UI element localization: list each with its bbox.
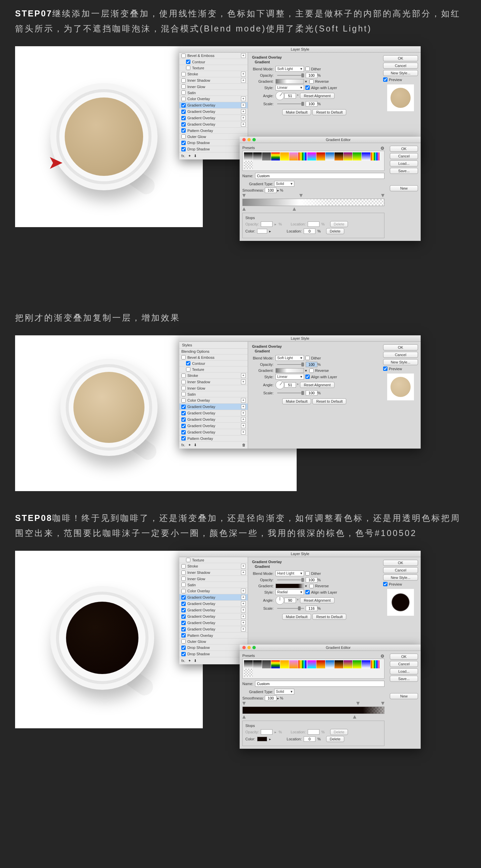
align-checkbox[interactable]: [305, 375, 310, 379]
maximize-icon[interactable]: [252, 138, 256, 142]
gradient-preview[interactable]: [275, 79, 304, 84]
load-button[interactable]: Load...: [390, 160, 418, 166]
reverse-checkbox[interactable]: [309, 584, 314, 588]
location-input[interactable]: [304, 736, 315, 742]
preview-checkbox[interactable]: [383, 78, 388, 82]
gradient-type-select[interactable]: Solid▾: [274, 181, 294, 187]
presets-box[interactable]: [242, 659, 385, 679]
dither-checkbox[interactable]: [305, 67, 310, 71]
style-row[interactable]: Pattern Overlay: [179, 128, 248, 134]
style-select[interactable]: Linear▾: [275, 374, 304, 379]
make-default-button[interactable]: Make Default: [282, 109, 311, 115]
style-row-selected[interactable]: Gradient Overlay+: [179, 594, 248, 601]
style-row[interactable]: Inner Glow: [179, 385, 248, 391]
preview-checkbox[interactable]: [383, 582, 388, 586]
scale-slider[interactable]: [277, 608, 304, 609]
delete-button[interactable]: Delete: [326, 228, 344, 234]
style-row[interactable]: Blending Options: [179, 349, 248, 354]
style-row[interactable]: Inner Shadow+: [179, 78, 248, 84]
opacity-slider[interactable]: [277, 580, 304, 580]
gear-icon[interactable]: ⚙: [381, 146, 385, 151]
scale-input[interactable]: [306, 390, 318, 396]
ok-button[interactable]: OK: [390, 654, 418, 660]
cancel-button[interactable]: Cancel: [383, 352, 418, 358]
style-row[interactable]: Pattern Overlay: [179, 435, 248, 441]
reset-default-button[interactable]: Reset to Default: [312, 614, 346, 620]
angle-control[interactable]: [275, 380, 284, 389]
trash-icon[interactable]: 🗑: [242, 443, 246, 447]
cancel-button[interactable]: Cancel: [390, 661, 418, 667]
reset-alignment-button[interactable]: Reset Alignment: [300, 382, 334, 388]
style-row[interactable]: Inner Shadow+: [179, 379, 248, 385]
dither-checkbox[interactable]: [305, 571, 310, 576]
blend-mode-select[interactable]: Hard Light▾: [275, 570, 304, 576]
opacity-input[interactable]: [306, 362, 318, 367]
preview-checkbox[interactable]: [383, 367, 388, 371]
style-row[interactable]: Satin: [179, 90, 248, 96]
gradient-name-input[interactable]: [255, 173, 385, 179]
style-row[interactable]: Gradient Overlay+: [179, 607, 248, 613]
style-row[interactable]: Contour: [179, 361, 248, 367]
blend-mode-select[interactable]: Soft Light▾: [275, 355, 304, 361]
angle-control[interactable]: [275, 596, 284, 605]
style-row[interactable]: Gradient Overlay+: [179, 121, 248, 128]
style-row[interactable]: Drop Shadow+: [179, 140, 248, 146]
ok-button[interactable]: OK: [383, 344, 418, 350]
ok-button[interactable]: OK: [383, 55, 418, 61]
style-row[interactable]: Satin: [179, 582, 248, 588]
minimize-icon[interactable]: [247, 646, 251, 649]
opacity-input[interactable]: [306, 577, 318, 583]
style-row[interactable]: Gradient Overlay+: [179, 429, 248, 435]
align-checkbox[interactable]: [305, 590, 310, 594]
style-row[interactable]: Bevel & Emboss: [179, 354, 248, 361]
delete-button[interactable]: Delete: [326, 736, 344, 742]
style-row-selected[interactable]: Gradient Overlay+: [179, 102, 248, 108]
style-row[interactable]: Color Overlay+: [179, 397, 248, 404]
gear-icon[interactable]: ⚙: [381, 654, 385, 659]
style-select[interactable]: Linear▾: [275, 85, 304, 90]
scale-slider[interactable]: [277, 103, 304, 104]
style-select[interactable]: Radial▾: [275, 589, 304, 595]
smoothness-input[interactable]: [265, 695, 276, 701]
scale-input[interactable]: [306, 101, 318, 106]
angle-input[interactable]: [284, 93, 296, 98]
style-row[interactable]: Inner Shadow+: [179, 569, 248, 576]
gradient-type-select[interactable]: Solid▾: [274, 689, 294, 694]
style-row[interactable]: Color Overlay+: [179, 96, 248, 102]
opacity-slider[interactable]: [277, 75, 304, 76]
style-row[interactable]: Drop Shadow+: [179, 146, 248, 152]
ok-button[interactable]: OK: [390, 146, 418, 152]
close-icon[interactable]: [242, 138, 246, 142]
style-row[interactable]: Drop Shadow+: [179, 651, 248, 657]
close-icon[interactable]: [242, 646, 246, 649]
style-row[interactable]: Gradient Overlay+: [179, 115, 248, 121]
new-button[interactable]: New: [390, 693, 418, 699]
load-button[interactable]: Load...: [390, 668, 418, 674]
smoothness-input[interactable]: [265, 188, 276, 193]
gradient-preview[interactable]: [275, 584, 304, 588]
reset-default-button[interactable]: Reset to Default: [312, 398, 346, 404]
save-button[interactable]: Save...: [390, 676, 418, 682]
style-row[interactable]: Texture: [179, 367, 248, 373]
style-row[interactable]: Texture: [179, 65, 248, 71]
style-row[interactable]: Contour: [179, 59, 248, 65]
style-row[interactable]: Pattern Overlay: [179, 632, 248, 639]
align-checkbox[interactable]: [305, 86, 310, 90]
opacity-input[interactable]: [306, 73, 318, 78]
style-row[interactable]: Outer Glow: [179, 639, 248, 645]
style-row[interactable]: Stroke+: [179, 71, 248, 78]
maximize-icon[interactable]: [252, 646, 256, 649]
style-row[interactable]: Gradient Overlay+: [179, 108, 248, 115]
location-input[interactable]: [304, 228, 315, 234]
save-button[interactable]: Save...: [390, 168, 418, 174]
reset-default-button[interactable]: Reset to Default: [312, 109, 346, 115]
scale-slider[interactable]: [277, 393, 304, 393]
cancel-button[interactable]: Cancel: [383, 567, 418, 573]
gradient-preview[interactable]: [275, 368, 304, 373]
presets-box[interactable]: [242, 151, 385, 171]
new-style-button[interactable]: New Style...: [383, 70, 418, 76]
style-row[interactable]: Gradient Overlay+: [179, 613, 248, 620]
style-row[interactable]: Gradient Overlay+: [179, 416, 248, 423]
new-style-button[interactable]: New Style...: [383, 575, 418, 581]
style-row[interactable]: Inner Glow: [179, 576, 248, 582]
